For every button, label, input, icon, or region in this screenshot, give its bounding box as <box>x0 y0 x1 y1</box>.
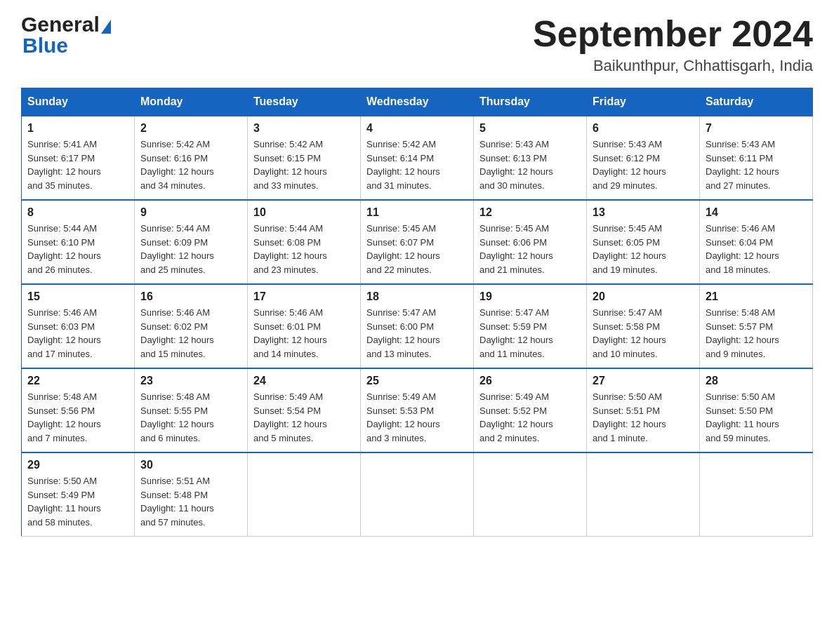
day-number: 22 <box>27 375 128 387</box>
calendar-table: SundayMondayTuesdayWednesdayThursdayFrid… <box>21 88 813 537</box>
day-info: Sunrise: 5:42 AMSunset: 6:14 PMDaylight:… <box>366 137 468 192</box>
calendar-day-cell: 24 Sunrise: 5:49 AMSunset: 5:54 PMDaylig… <box>248 368 361 452</box>
calendar-day-cell: 19 Sunrise: 5:47 AMSunset: 5:59 PMDaylig… <box>474 284 587 368</box>
calendar-day-cell: 23 Sunrise: 5:48 AMSunset: 5:55 PMDaylig… <box>135 368 248 452</box>
calendar-title: September 2024 <box>533 14 813 54</box>
calendar-week-row: 29 Sunrise: 5:50 AMSunset: 5:49 PMDaylig… <box>22 452 813 537</box>
day-info: Sunrise: 5:48 AMSunset: 5:57 PMDaylight:… <box>706 306 807 361</box>
empty-calendar-cell <box>587 452 700 537</box>
calendar-week-row: 1 Sunrise: 5:41 AMSunset: 6:17 PMDayligh… <box>22 116 813 200</box>
calendar-week-row: 15 Sunrise: 5:46 AMSunset: 6:03 PMDaylig… <box>22 284 813 368</box>
day-number: 30 <box>140 459 241 471</box>
calendar-day-cell: 11 Sunrise: 5:45 AMSunset: 6:07 PMDaylig… <box>361 200 474 284</box>
column-header-friday: Friday <box>587 88 700 116</box>
day-info: Sunrise: 5:46 AMSunset: 6:04 PMDaylight:… <box>706 222 807 276</box>
logo: General Blue <box>21 14 111 58</box>
day-info: Sunrise: 5:51 AMSunset: 5:48 PMDaylight:… <box>140 474 241 529</box>
calendar-day-cell: 7 Sunrise: 5:43 AMSunset: 6:11 PMDayligh… <box>700 116 813 200</box>
day-info: Sunrise: 5:43 AMSunset: 6:12 PMDaylight:… <box>593 137 694 192</box>
calendar-day-cell: 4 Sunrise: 5:42 AMSunset: 6:14 PMDayligh… <box>361 116 474 200</box>
day-number: 20 <box>593 290 694 303</box>
day-info: Sunrise: 5:47 AMSunset: 5:58 PMDaylight:… <box>593 306 694 361</box>
day-number: 9 <box>140 206 241 219</box>
day-info: Sunrise: 5:50 AMSunset: 5:51 PMDaylight:… <box>593 390 694 445</box>
day-number: 5 <box>479 122 581 135</box>
logo-blue: Blue <box>22 34 68 57</box>
empty-calendar-cell <box>474 452 587 537</box>
day-number: 15 <box>27 290 128 303</box>
day-info: Sunrise: 5:44 AMSunset: 6:09 PMDaylight:… <box>140 222 241 276</box>
day-info: Sunrise: 5:45 AMSunset: 6:06 PMDaylight:… <box>479 222 581 276</box>
calendar-subtitle: Baikunthpur, Chhattisgarh, India <box>533 57 813 75</box>
day-info: Sunrise: 5:47 AMSunset: 5:59 PMDaylight:… <box>479 306 581 361</box>
day-number: 6 <box>593 122 694 135</box>
day-number: 8 <box>27 206 128 219</box>
page-header: General Blue September 2024 Baikunthpur,… <box>21 14 813 75</box>
column-header-sunday: Sunday <box>22 88 135 116</box>
day-number: 21 <box>706 290 807 303</box>
column-header-tuesday: Tuesday <box>248 88 361 116</box>
calendar-week-row: 22 Sunrise: 5:48 AMSunset: 5:56 PMDaylig… <box>22 368 813 452</box>
calendar-day-cell: 3 Sunrise: 5:42 AMSunset: 6:15 PMDayligh… <box>248 116 361 200</box>
calendar-day-cell: 18 Sunrise: 5:47 AMSunset: 6:00 PMDaylig… <box>361 284 474 368</box>
day-info: Sunrise: 5:45 AMSunset: 6:07 PMDaylight:… <box>366 222 468 276</box>
calendar-week-row: 8 Sunrise: 5:44 AMSunset: 6:10 PMDayligh… <box>22 200 813 284</box>
calendar-day-cell: 16 Sunrise: 5:46 AMSunset: 6:02 PMDaylig… <box>135 284 248 368</box>
day-info: Sunrise: 5:47 AMSunset: 6:00 PMDaylight:… <box>366 306 468 361</box>
calendar-day-cell: 13 Sunrise: 5:45 AMSunset: 6:05 PMDaylig… <box>587 200 700 284</box>
calendar-day-cell: 20 Sunrise: 5:47 AMSunset: 5:58 PMDaylig… <box>587 284 700 368</box>
column-header-thursday: Thursday <box>474 88 587 116</box>
calendar-day-cell: 15 Sunrise: 5:46 AMSunset: 6:03 PMDaylig… <box>22 284 135 368</box>
day-number: 1 <box>27 122 128 135</box>
empty-calendar-cell <box>361 452 474 537</box>
calendar-day-cell: 9 Sunrise: 5:44 AMSunset: 6:09 PMDayligh… <box>135 200 248 284</box>
day-info: Sunrise: 5:43 AMSunset: 6:13 PMDaylight:… <box>479 137 581 192</box>
column-header-monday: Monday <box>135 88 248 116</box>
day-info: Sunrise: 5:46 AMSunset: 6:02 PMDaylight:… <box>140 306 241 361</box>
day-info: Sunrise: 5:49 AMSunset: 5:52 PMDaylight:… <box>479 390 581 445</box>
empty-calendar-cell <box>248 452 361 537</box>
calendar-day-cell: 30 Sunrise: 5:51 AMSunset: 5:48 PMDaylig… <box>135 452 248 537</box>
day-info: Sunrise: 5:41 AMSunset: 6:17 PMDaylight:… <box>27 137 128 192</box>
day-info: Sunrise: 5:46 AMSunset: 6:01 PMDaylight:… <box>253 306 355 361</box>
day-number: 27 <box>593 375 694 387</box>
day-info: Sunrise: 5:50 AMSunset: 5:49 PMDaylight:… <box>27 474 128 529</box>
day-number: 7 <box>706 122 807 135</box>
day-number: 11 <box>366 206 468 219</box>
day-info: Sunrise: 5:42 AMSunset: 6:15 PMDaylight:… <box>253 137 355 192</box>
calendar-day-cell: 26 Sunrise: 5:49 AMSunset: 5:52 PMDaylig… <box>474 368 587 452</box>
day-number: 16 <box>140 290 241 303</box>
calendar-day-cell: 29 Sunrise: 5:50 AMSunset: 5:49 PMDaylig… <box>22 452 135 537</box>
day-info: Sunrise: 5:48 AMSunset: 5:55 PMDaylight:… <box>140 390 241 445</box>
calendar-day-cell: 5 Sunrise: 5:43 AMSunset: 6:13 PMDayligh… <box>474 116 587 200</box>
calendar-day-cell: 6 Sunrise: 5:43 AMSunset: 6:12 PMDayligh… <box>587 116 700 200</box>
day-number: 23 <box>140 375 241 387</box>
day-info: Sunrise: 5:48 AMSunset: 5:56 PMDaylight:… <box>27 390 128 445</box>
day-number: 26 <box>479 375 581 387</box>
calendar-day-cell: 22 Sunrise: 5:48 AMSunset: 5:56 PMDaylig… <box>22 368 135 452</box>
calendar-day-cell: 1 Sunrise: 5:41 AMSunset: 6:17 PMDayligh… <box>22 116 135 200</box>
day-number: 28 <box>706 375 807 387</box>
day-number: 10 <box>253 206 355 219</box>
day-info: Sunrise: 5:50 AMSunset: 5:50 PMDaylight:… <box>706 390 807 445</box>
day-number: 24 <box>253 375 355 387</box>
day-number: 19 <box>479 290 581 303</box>
day-number: 25 <box>366 375 468 387</box>
calendar-day-cell: 17 Sunrise: 5:46 AMSunset: 6:01 PMDaylig… <box>248 284 361 368</box>
calendar-day-cell: 2 Sunrise: 5:42 AMSunset: 6:16 PMDayligh… <box>135 116 248 200</box>
day-number: 18 <box>366 290 468 303</box>
day-info: Sunrise: 5:49 AMSunset: 5:54 PMDaylight:… <box>253 390 355 445</box>
calendar-day-cell: 12 Sunrise: 5:45 AMSunset: 6:06 PMDaylig… <box>474 200 587 284</box>
title-area: September 2024 Baikunthpur, Chhattisgarh… <box>533 14 813 75</box>
column-header-wednesday: Wednesday <box>361 88 474 116</box>
day-number: 3 <box>253 122 355 135</box>
day-number: 12 <box>479 206 581 219</box>
day-number: 4 <box>366 122 468 135</box>
day-info: Sunrise: 5:42 AMSunset: 6:16 PMDaylight:… <box>140 137 241 192</box>
calendar-day-cell: 8 Sunrise: 5:44 AMSunset: 6:10 PMDayligh… <box>22 200 135 284</box>
day-info: Sunrise: 5:46 AMSunset: 6:03 PMDaylight:… <box>27 306 128 361</box>
calendar-day-cell: 21 Sunrise: 5:48 AMSunset: 5:57 PMDaylig… <box>700 284 813 368</box>
day-number: 2 <box>140 122 241 135</box>
column-header-saturday: Saturday <box>700 88 813 116</box>
empty-calendar-cell <box>700 452 813 537</box>
